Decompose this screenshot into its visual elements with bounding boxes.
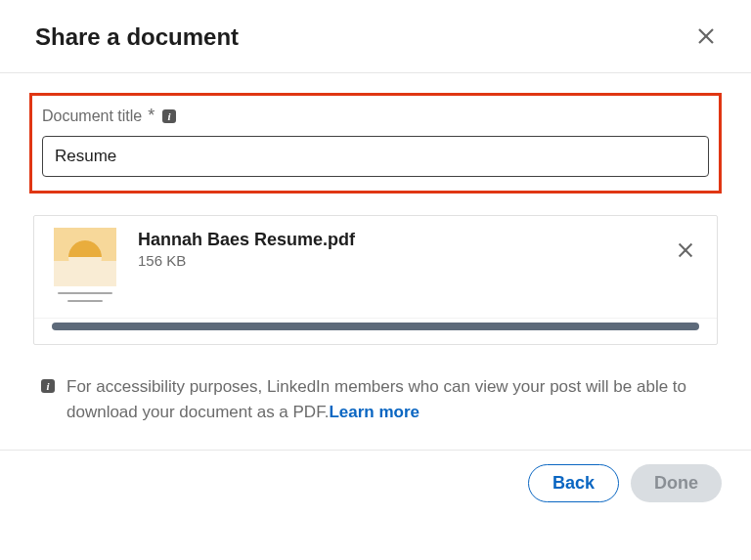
file-info: Hannah Baes Resume.pdf 156 KB: [138, 228, 652, 269]
file-name: Hannah Baes Resume.pdf: [138, 230, 652, 250]
title-label: Document title: [42, 108, 142, 125]
close-icon: [694, 24, 718, 51]
upload-progress-bar: [52, 323, 699, 330]
required-mark: *: [148, 106, 155, 126]
uploaded-file-card: Hannah Baes Resume.pdf 156 KB: [33, 215, 718, 345]
learn-more-link[interactable]: Learn more: [329, 403, 420, 421]
modal-footer: Back Done: [0, 450, 751, 516]
title-field-highlight: Document title * i: [29, 93, 722, 194]
done-button[interactable]: Done: [631, 464, 722, 502]
close-button[interactable]: [690, 22, 722, 53]
thumbnail-line: [58, 292, 112, 294]
back-button[interactable]: Back: [528, 464, 619, 502]
share-document-modal: Share a document Document title * i: [0, 0, 751, 516]
modal-body: Document title * i: [0, 73, 751, 450]
thumbnail-line: [67, 300, 103, 302]
info-icon: i: [39, 377, 57, 395]
close-icon: [675, 239, 696, 264]
progress-wrap: [34, 318, 717, 344]
modal-header: Share a document: [0, 0, 751, 73]
document-thumbnail: [52, 228, 118, 302]
accessibility-note: i For accessibility purposes, LinkedIn m…: [29, 345, 722, 450]
info-icon[interactable]: i: [160, 108, 178, 125]
upload-row: Hannah Baes Resume.pdf 156 KB: [52, 228, 699, 318]
document-title-input[interactable]: [42, 136, 709, 177]
title-label-row: Document title * i: [42, 106, 709, 126]
remove-file-button[interactable]: [672, 237, 699, 265]
accessibility-text-wrap: For accessibility purposes, LinkedIn mem…: [66, 374, 712, 424]
modal-title: Share a document: [35, 23, 239, 51]
thumbnail-image: [54, 228, 116, 286]
file-size: 156 KB: [138, 252, 652, 269]
